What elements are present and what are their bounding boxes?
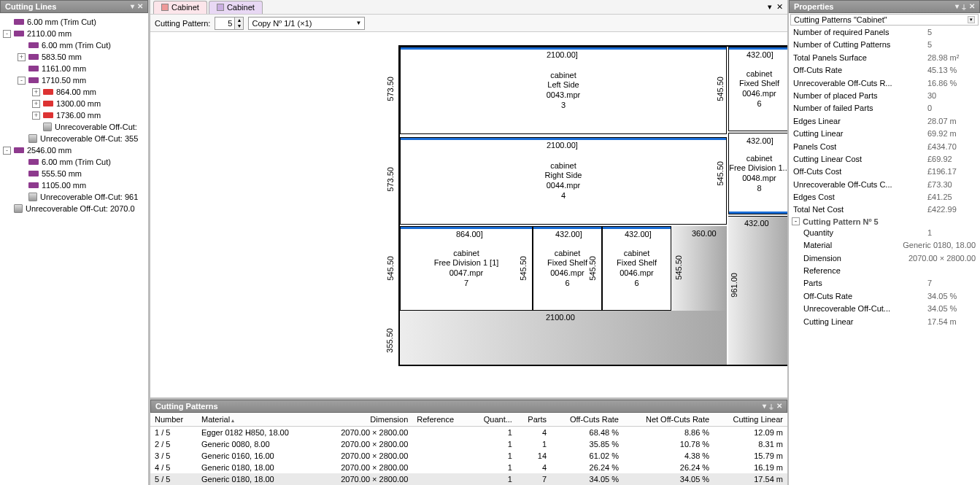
property-group[interactable]: -Cutting Pattern Nº 5 (789, 217, 980, 227)
column-header[interactable]: Quant... (470, 413, 517, 427)
property-row[interactable]: Panels Cost£434.70 (789, 141, 980, 153)
part-right-side[interactable]: 2100.00] 573.50 cabinetRight Side0044.mp… (400, 137, 727, 225)
pattern-number-input[interactable] (215, 18, 234, 28)
part-free-division-1[interactable]: 864.00] 545.50 cabinetFree Division 1 [1… (400, 226, 533, 311)
tree-toggle[interactable]: + (32, 112, 40, 120)
property-row[interactable]: Edges Linear28.07 m (789, 115, 980, 128)
column-header[interactable]: Net Off-Cuts Rate (623, 413, 714, 427)
table-row[interactable]: 3 / 5Generic 0160, 16.002070.00 × 2800.0… (150, 450, 787, 462)
tree-toggle[interactable]: - (3, 30, 11, 38)
cutting-lines-header[interactable]: Cutting Lines ▾ ✕ (0, 0, 148, 13)
chevron-down-icon: ▼ (356, 20, 362, 26)
copy-combo[interactable]: Copy Nº 1/1 (×1)▼ (248, 17, 365, 30)
tree-item[interactable]: 555.50 mm (1, 168, 147, 179)
tree-mark-icon (43, 101, 53, 106)
property-row[interactable]: Edges Cost£41.25 (789, 191, 980, 203)
tree-item[interactable]: 6.00 mm (Trim Cut) (1, 156, 147, 168)
part-left-side[interactable]: 2100.00] 573.50 cabinetLeft Side0043.mpr… (400, 47, 727, 134)
property-row[interactable]: Cutting Linear Cost£69.92 (789, 153, 980, 166)
column-header[interactable]: Reference (412, 413, 470, 427)
property-row[interactable]: MaterialGeneric 0180, 18.00 (789, 239, 980, 252)
property-row[interactable]: Parts7 (789, 277, 980, 290)
tab-cabinet-2[interactable]: Cabinet (209, 1, 263, 14)
tree-toggle[interactable]: + (32, 100, 40, 108)
close-icon[interactable]: ✕ (137, 3, 143, 10)
property-row[interactable]: Dimension2070.00 × 2800.00 (789, 252, 980, 265)
column-header[interactable]: Parts (517, 413, 551, 427)
tree-item[interactable]: 1105.00 mm (1, 179, 147, 191)
tree-item[interactable]: +1736.00 mm (1, 109, 147, 121)
cutting-patterns-table[interactable]: NumberMaterial▴DimensionReferenceQuant..… (150, 413, 787, 485)
cutting-lines-tree[interactable]: 6.00 mm (Trim Cut)-2110.00 mm6.00 mm (Tr… (0, 13, 148, 485)
tree-toggle[interactable]: - (3, 147, 11, 155)
column-header[interactable]: Off-Cuts Rate (551, 413, 623, 427)
properties-panel: Properties ▾ ⍊ ✕ Cutting Patterns "Cabin… (789, 0, 980, 485)
properties-list[interactable]: Number of required Panels5Number of Cutt… (789, 26, 980, 485)
property-row[interactable]: Unrecoverable Off-Cut...34.05 % (789, 303, 980, 315)
tree-item[interactable]: Unrecoverable Off-Cut: 2070.0 (1, 203, 147, 214)
column-header[interactable]: Cutting Linear (714, 413, 787, 427)
tree-mark-icon (43, 112, 53, 118)
tree-toggle[interactable]: - (18, 77, 26, 85)
property-row[interactable]: Unrecoverable Off-Cuts R...16.86 % (789, 77, 980, 90)
part-fixed-shelf[interactable]: 432.00] 545.50 cabinetFixed Shelf0046.mp… (728, 47, 787, 131)
part-free-division[interactable]: 432.00] 545.50 cabinetFree Division 1...… (728, 133, 787, 214)
property-row[interactable]: Number of placed Parts30 (789, 90, 980, 102)
property-row[interactable]: Unrecoverable Off-Cuts C...£73.30 (789, 179, 980, 191)
group-toggle[interactable]: - (792, 217, 800, 225)
cutting-diagram[interactable]: 250.00 2070.00 2100.00] 573.50 cabinetLe… (150, 32, 787, 397)
column-header[interactable]: Material▴ (197, 413, 317, 427)
property-row[interactable]: Number of Cutting Patterns5 (789, 39, 980, 51)
property-row[interactable]: Number of failed Parts0 (789, 102, 980, 115)
table-row[interactable]: 5 / 5Generic 0180, 18.002070.00 × 2800.0… (150, 473, 787, 485)
column-header[interactable]: Number (150, 413, 197, 427)
tree-item[interactable]: Unrecoverable Off-Cut: 961 (1, 191, 147, 203)
spinner-down[interactable]: ▼ (234, 23, 243, 29)
tree-item[interactable]: Unrecoverable Off-Cut: 355 (1, 133, 147, 144)
spinner-up[interactable]: ▲ (234, 18, 243, 23)
table-row[interactable]: 1 / 5Egger 0182 H850, 18.002070.00 × 280… (150, 427, 787, 439)
property-row[interactable]: Cutting Linear17.54 m (789, 316, 980, 328)
tree-item[interactable]: +583.50 mm (1, 51, 147, 63)
tree-item[interactable]: -2110.00 mm (1, 28, 147, 39)
properties-selector[interactable]: Cutting Patterns "Cabinet" ▾ (790, 14, 979, 26)
tree-item[interactable]: 1161.00 mm (1, 63, 147, 74)
tree-item[interactable]: -1710.50 mm (1, 74, 147, 86)
dropdown-icon[interactable]: ▾ (131, 3, 134, 10)
property-row[interactable]: Cutting Linear69.92 m (789, 128, 980, 140)
dim-label: 573.50 (386, 167, 395, 192)
column-header[interactable]: Dimension (317, 413, 412, 427)
tree-toggle[interactable]: + (18, 53, 26, 61)
tree-item[interactable]: -2546.00 mm (1, 144, 147, 156)
pattern-spinner[interactable]: ▲▼ (215, 17, 244, 30)
dropdown-icon[interactable]: ▾ (955, 3, 959, 10)
dropdown-icon[interactable]: ▾ (768, 2, 772, 12)
pin-icon[interactable]: ⍊ (962, 3, 966, 10)
property-row[interactable]: Off-Cuts Rate45.13 % (789, 64, 980, 77)
property-row[interactable]: Quantity1 (789, 227, 980, 239)
close-icon[interactable]: ✕ (776, 403, 782, 410)
properties-header[interactable]: Properties ▾ ⍊ ✕ (789, 0, 980, 13)
tree-item[interactable]: +1300.00 mm (1, 98, 147, 109)
property-row[interactable]: Total Net Cost£422.99 (789, 203, 980, 216)
table-row[interactable]: 4 / 5Generic 0180, 18.002070.00 × 2800.0… (150, 462, 787, 473)
pin-icon[interactable]: ⍊ (769, 403, 773, 410)
dropdown-icon[interactable]: ▾ (763, 403, 766, 410)
close-icon[interactable]: ✕ (776, 2, 783, 12)
part-fixed-shelf[interactable]: 432.00] 545.50 cabinetFixed Shelf0046.mp… (602, 226, 671, 311)
property-row[interactable]: Number of required Panels5 (789, 26, 980, 39)
tree-item[interactable]: 6.00 mm (Trim Cut) (1, 16, 147, 28)
tab-cabinet-1[interactable]: Cabinet (153, 1, 207, 14)
property-row[interactable]: Total Panels Surface28.98 m² (789, 52, 980, 64)
close-icon[interactable]: ✕ (969, 3, 975, 10)
tree-item[interactable]: +864.00 mm (1, 86, 147, 98)
property-row[interactable]: Off-Cuts Cost£196.17 (789, 166, 980, 178)
property-row[interactable]: Reference (789, 265, 980, 277)
tree-item[interactable]: 6.00 mm (Trim Cut) (1, 39, 147, 51)
tree-toggle[interactable]: + (32, 88, 40, 96)
table-row[interactable]: 2 / 5Generic 0080, 8.002070.00 × 2800.00… (150, 438, 787, 450)
dim-label: 360.00 (692, 229, 717, 238)
property-row[interactable]: Off-Cuts Rate34.05 % (789, 290, 980, 303)
cutting-patterns-header[interactable]: Cutting Patterns ▾ ⍊ ✕ (150, 400, 787, 413)
tree-item[interactable]: Unrecoverable Off-Cut: (1, 121, 147, 133)
